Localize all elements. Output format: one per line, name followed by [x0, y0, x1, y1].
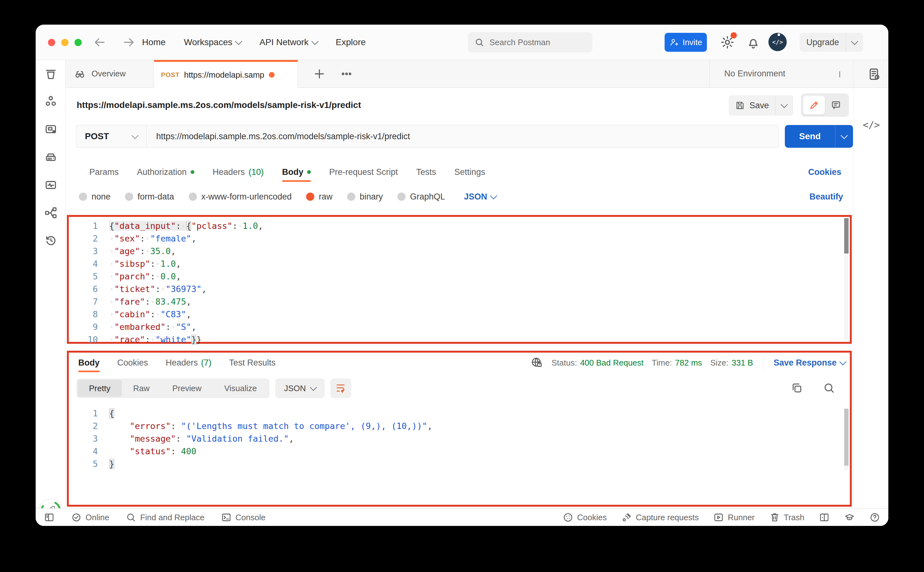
view-preview[interactable]: Preview	[161, 380, 213, 397]
body-language-select[interactable]: JSON	[464, 192, 496, 202]
notifications-bell-icon[interactable]	[746, 35, 761, 50]
nav-api-network[interactable]: API Network	[259, 37, 318, 47]
back-icon[interactable]	[93, 35, 106, 49]
response-tab-body[interactable]: Body	[78, 353, 100, 373]
tab-params[interactable]: Params	[89, 162, 119, 182]
time-badge[interactable]: Time:782 ms	[652, 358, 702, 368]
request-tabbar: Overview POST https://modelapi.samp No E…	[66, 60, 888, 88]
main-nav: Home Workspaces API Network Explore	[142, 25, 366, 60]
divider	[854, 60, 854, 87]
sidebar-item-history[interactable]	[36, 227, 66, 255]
runner-button[interactable]: Runner	[713, 512, 755, 523]
body-mode-x-www-form-urlencoded[interactable]: x-www-form-urlencoded	[189, 192, 292, 202]
request-body-editor[interactable]: 1{"data_input":·{"pclass":·1.0,2·"sex":·…	[67, 215, 852, 344]
size-badge[interactable]: Size:331 B	[710, 358, 753, 368]
tab-pre-request-script[interactable]: Pre-request Script	[329, 162, 398, 182]
sidebar-item-mock-servers[interactable]	[36, 143, 66, 171]
chevron-down-icon[interactable]	[839, 72, 840, 77]
cookies-link[interactable]: Cookies	[808, 162, 841, 182]
wrap-text-button[interactable]	[330, 378, 351, 398]
scrollbar-thumb[interactable]	[844, 218, 849, 253]
body-mode-binary[interactable]: binary	[347, 192, 383, 202]
code-line: 7·"fare":·83.475,	[69, 295, 840, 308]
nav-workspaces[interactable]: Workspaces	[184, 37, 242, 47]
upgrade-label[interactable]: Upgrade	[800, 33, 846, 52]
view-pretty[interactable]: Pretty	[78, 380, 122, 397]
copy-icon[interactable]	[791, 382, 803, 394]
sidebar-item-environments[interactable]	[36, 115, 66, 143]
toggle-sidebar-icon[interactable]	[44, 512, 54, 523]
sidebar-item-collections[interactable]	[36, 60, 66, 88]
nav-explore[interactable]: Explore	[336, 37, 366, 47]
window-controls[interactable]	[48, 39, 82, 46]
avatar-notch	[778, 33, 780, 36]
tab-tests[interactable]: Tests	[416, 162, 436, 182]
minimize-window-button[interactable]	[61, 39, 68, 46]
sidebar-item-flows[interactable]	[36, 199, 66, 227]
tab-request-active[interactable]: POST https://modelapi.samp	[154, 60, 298, 88]
environment-quick-look-icon[interactable]	[867, 67, 882, 81]
edit-pencil-button[interactable]	[803, 96, 825, 115]
response-meta: Status:400 Bad Request Time:782 ms Size:…	[530, 353, 845, 373]
body-mode-raw[interactable]: raw	[306, 192, 333, 202]
capture-requests-button[interactable]: Capture requests	[622, 512, 699, 523]
url-input[interactable]: https://modelapi.sample.ms.2os.com/model…	[147, 125, 778, 148]
invite-button[interactable]: Invite	[665, 33, 707, 52]
left-sidebar	[36, 60, 66, 508]
chevron-down-icon	[132, 132, 139, 139]
avatar[interactable]: </>	[768, 33, 787, 51]
send-button[interactable]: Send	[785, 125, 835, 148]
response-tab-headers[interactable]: Headers(7)	[166, 353, 211, 373]
tab-headers[interactable]: Headers(10)	[213, 162, 264, 182]
sidebar-item-apis[interactable]	[36, 88, 66, 115]
body-mode-form-data[interactable]: form-data	[125, 192, 174, 202]
upgrade-dropdown[interactable]	[846, 33, 863, 52]
request-body-code: 1{"data_input":·{"pclass":·1.0,2·"sex":·…	[69, 219, 840, 346]
tab-overview[interactable]: Overview	[66, 60, 154, 87]
settings-gear-icon[interactable]	[720, 35, 735, 50]
forward-icon[interactable]	[122, 35, 136, 49]
cookies-footer-button[interactable]: Cookies	[563, 512, 607, 523]
split-panel-icon[interactable]	[819, 512, 829, 523]
close-window-button[interactable]	[48, 39, 55, 46]
save-button[interactable]: Save	[729, 95, 775, 115]
maximize-window-button[interactable]	[74, 39, 82, 46]
beautify-link[interactable]: Beautify	[809, 186, 843, 207]
environment-selector[interactable]: No Environment	[724, 60, 786, 87]
code-snippet-icon[interactable]: </>	[863, 119, 880, 131]
comment-button[interactable]	[825, 96, 846, 115]
scrollbar-thumb[interactable]	[844, 409, 849, 466]
radio-icon	[125, 193, 133, 201]
help-icon[interactable]	[870, 512, 880, 523]
training-cap-icon[interactable]	[844, 512, 855, 523]
send-button-group: Send	[785, 125, 853, 148]
view-raw[interactable]: Raw	[122, 380, 161, 397]
search-response-icon[interactable]	[823, 382, 835, 394]
response-body-code: 1{2 "errors": "('Lengths must match to c…	[69, 407, 840, 470]
body-mode-graphql[interactable]: GraphQL	[397, 192, 445, 202]
network-info-icon[interactable]	[530, 356, 543, 369]
more-options-icon[interactable]	[340, 67, 353, 81]
tab-settings[interactable]: Settings	[454, 162, 485, 182]
new-tab-button[interactable]	[312, 67, 326, 81]
sidebar-item-monitors[interactable]	[36, 171, 66, 199]
search-input[interactable]: Search Postman	[468, 32, 592, 53]
body-mode-none[interactable]: none	[79, 192, 110, 202]
save-dropdown[interactable]	[775, 95, 793, 115]
tab-body[interactable]: Body	[282, 162, 311, 182]
method-select[interactable]: POST	[76, 125, 147, 148]
online-status[interactable]: Online	[71, 512, 109, 523]
find-and-replace[interactable]: Find and Replace	[126, 512, 205, 523]
console-button[interactable]: Console	[221, 512, 265, 523]
tab-authorization[interactable]: Authorization	[137, 162, 194, 182]
response-tab-cookies[interactable]: Cookies	[118, 353, 148, 373]
trash-button[interactable]: Trash	[769, 512, 805, 523]
tab-request-title: https://modelapi.samp	[184, 70, 264, 80]
save-response-button[interactable]: Save Response	[774, 358, 845, 368]
status-badge[interactable]: Status:400 Bad Request	[551, 358, 643, 368]
response-language-select[interactable]: JSON	[275, 378, 325, 398]
nav-home[interactable]: Home	[142, 37, 166, 47]
view-visualize[interactable]: Visualize	[213, 380, 268, 397]
send-dropdown[interactable]	[835, 125, 853, 148]
response-tab-test-results[interactable]: Test Results	[229, 353, 276, 373]
